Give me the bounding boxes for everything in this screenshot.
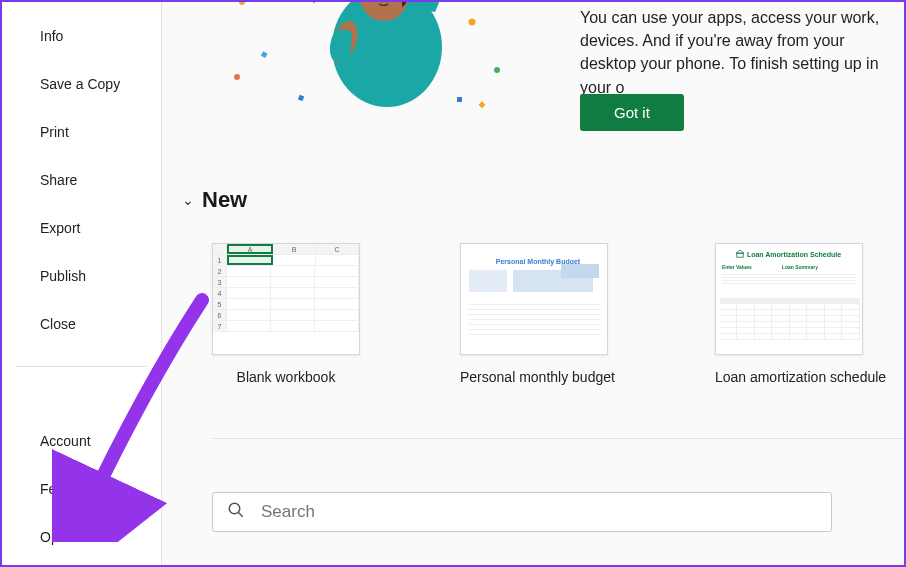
banner-text: You can use your apps, access your work,… bbox=[580, 6, 904, 99]
svg-point-0 bbox=[239, 2, 245, 5]
section-title-new: New bbox=[202, 187, 247, 213]
svg-rect-4 bbox=[298, 95, 304, 101]
svg-point-5 bbox=[469, 19, 476, 26]
main-panel: You can use your apps, access your work,… bbox=[162, 2, 904, 565]
template-thumb-budget: Personal Monthly Budget bbox=[460, 243, 608, 355]
search-icon bbox=[227, 501, 245, 523]
new-section: ⌄ New ABC 1 2 3 4 5 6 7 Blank workbook bbox=[182, 187, 904, 385]
template-label: Loan amortization schedule bbox=[715, 369, 886, 385]
banner-illustration bbox=[202, 2, 572, 142]
sidebar-item-close[interactable]: Close bbox=[2, 300, 161, 348]
template-list: ABC 1 2 3 4 5 6 7 Blank workbook Persona… bbox=[182, 243, 904, 385]
sidebar-item-export[interactable]: Export bbox=[2, 204, 161, 252]
sidebar-item-print[interactable]: Print bbox=[2, 108, 161, 156]
sidebar-separator bbox=[16, 366, 147, 367]
backstage-sidebar: Info Save a Copy Print Share Export Publ… bbox=[2, 2, 162, 565]
sidebar-item-options[interactable]: Options bbox=[2, 513, 161, 561]
svg-rect-8 bbox=[478, 101, 485, 108]
svg-rect-1 bbox=[261, 51, 268, 58]
template-blank-workbook[interactable]: ABC 1 2 3 4 5 6 7 Blank workbook bbox=[212, 243, 360, 385]
template-thumb-blank: ABC 1 2 3 4 5 6 7 bbox=[212, 243, 360, 355]
template-label: Personal monthly budget bbox=[460, 369, 615, 385]
sidebar-item-account[interactable]: Account bbox=[2, 417, 161, 465]
template-thumb-loan: Loan Amortization Schedule Enter Values … bbox=[715, 243, 863, 355]
svg-marker-17 bbox=[736, 250, 744, 253]
section-divider bbox=[212, 438, 904, 439]
chevron-down-icon[interactable]: ⌄ bbox=[182, 192, 194, 208]
sidebar-item-save-a-copy[interactable]: Save a Copy bbox=[2, 60, 161, 108]
search-box[interactable] bbox=[212, 492, 832, 532]
template-loan-amortization[interactable]: Loan Amortization Schedule Enter Values … bbox=[715, 243, 886, 385]
svg-rect-16 bbox=[737, 253, 743, 257]
svg-point-18 bbox=[229, 503, 240, 514]
sidebar-item-info[interactable]: Info bbox=[2, 12, 161, 60]
sidebar-item-share[interactable]: Share bbox=[2, 156, 161, 204]
setup-banner: You can use your apps, access your work,… bbox=[162, 2, 904, 162]
search-input[interactable] bbox=[261, 502, 817, 522]
got-it-button[interactable]: Got it bbox=[580, 94, 684, 131]
svg-line-19 bbox=[238, 512, 243, 517]
svg-rect-7 bbox=[457, 97, 462, 102]
svg-rect-2 bbox=[310, 2, 317, 3]
svg-point-6 bbox=[494, 67, 500, 73]
sidebar-item-feedback[interactable]: Feedback bbox=[2, 465, 161, 513]
sidebar-item-publish[interactable]: Publish bbox=[2, 252, 161, 300]
template-label: Blank workbook bbox=[212, 369, 360, 385]
template-personal-monthly-budget[interactable]: Personal Monthly Budget Personal mont bbox=[460, 243, 615, 385]
svg-point-3 bbox=[234, 74, 240, 80]
